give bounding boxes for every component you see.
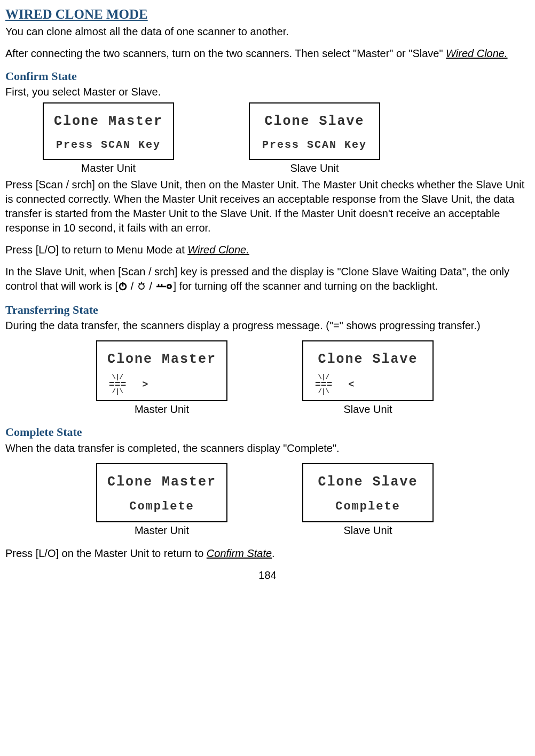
complete-master-line2: Complete	[106, 497, 218, 516]
transfer-master-line1: Clone Master	[106, 349, 218, 370]
slave-screen-line1: Clone Slave	[258, 111, 371, 132]
transfer-slave-label: Slave Unit	[343, 402, 392, 417]
rays-bottom: /|\	[318, 389, 329, 395]
slave-screen-line2: Press SCAN Key	[258, 137, 371, 154]
confirm-para-3a: Press [L/O] to return to Menu Mode at	[5, 244, 187, 256]
transfer-master-screen: Clone Master \|/ === /|\ >	[96, 340, 227, 401]
wired-clone-link: Wired Clone.	[446, 47, 507, 59]
confirm-text-1: First, you select Master or Slave.	[5, 85, 530, 99]
complete-slave-line1: Clone Slave	[312, 472, 424, 493]
confirm-state-heading: Confirm State	[5, 68, 530, 84]
complete-displays: Clone Master Complete Master Unit Clone …	[96, 463, 530, 538]
transfer-slave-screen: Clone Slave \|/ === /|\ <	[302, 340, 434, 401]
svg-line-4	[139, 283, 140, 284]
confirm-para-4d: ] for turning off the scanner and turnin…	[174, 280, 438, 292]
confirm-state-link: Confirm State	[207, 547, 272, 559]
complete-slave-line2: Complete	[312, 497, 424, 516]
transfer-master-label: Master Unit	[135, 402, 189, 417]
power-icon	[118, 280, 128, 295]
complete-master-line1: Clone Master	[106, 472, 218, 493]
complete-master-label: Master Unit	[135, 523, 189, 538]
key-lock-icon	[155, 280, 174, 295]
intro-para-2: After connecting the two scanners, turn …	[5, 46, 530, 61]
intro-para-1: You can clone almost all the data of one…	[5, 25, 530, 39]
complete-text-1: When the data transfer is completed, the…	[5, 441, 530, 456]
slave-unit-label: Slave Unit	[290, 161, 339, 176]
complete-master-screen: Clone Master Complete	[96, 463, 227, 522]
svg-point-10	[168, 285, 170, 288]
svg-line-5	[143, 283, 144, 284]
complete-slave-label: Slave Unit	[343, 523, 392, 538]
confirm-para-2: Press [Scan / srch] on the Slave Unit, t…	[5, 178, 530, 235]
confirm-para-3: Press [L/O] to return to Menu Mode at Wi…	[5, 243, 530, 257]
transfer-master-unit: Clone Master \|/ === /|\ > Master Unit	[96, 340, 227, 417]
light-icon	[137, 280, 146, 295]
master-display-unit: Clone Master Press SCAN Key Master Unit	[43, 102, 174, 176]
transferring-state-heading: Transferring State	[5, 302, 530, 318]
antenna-icon: \|/ === /|\	[315, 375, 332, 395]
transfer-displays: Clone Master \|/ === /|\ > Master Unit C…	[96, 340, 530, 417]
rays-bottom: /|\	[112, 389, 123, 395]
transfer-slave-unit: Clone Slave \|/ === /|\ < Slave Unit	[302, 340, 434, 417]
confirm-para-4c: /	[146, 280, 155, 292]
confirm-para-4b: /	[128, 280, 137, 292]
confirm-displays: Clone Master Press SCAN Key Master Unit …	[43, 102, 530, 176]
master-screen-line1: Clone Master	[52, 111, 164, 132]
master-screen-line2: Press SCAN Key	[52, 137, 164, 154]
page-number: 184	[5, 568, 530, 583]
transfer-master-progress: \|/ === /|\ >	[106, 375, 218, 395]
slave-display-unit: Clone Slave Press SCAN Key Slave Unit	[249, 102, 380, 176]
slave-screen: Clone Slave Press SCAN Key	[249, 102, 380, 160]
complete-state-heading: Complete State	[5, 424, 530, 440]
complete-para-2b: .	[272, 547, 275, 559]
complete-slave-unit: Clone Slave Complete Slave Unit	[302, 463, 434, 538]
complete-slave-screen: Clone Slave Complete	[302, 463, 434, 522]
antenna-icon: \|/ === /|\	[109, 375, 126, 395]
arrow-left-icon: <	[348, 377, 354, 393]
transfer-text-1: During the data transfer, the scanners d…	[5, 319, 530, 333]
confirm-para-4: In the Slave Unit, when [Scan / srch] ke…	[5, 265, 530, 294]
arrow-right-icon: >	[142, 377, 148, 393]
complete-para-2a: Press [L/O] on the Master Unit to return…	[5, 547, 207, 559]
wired-clone-link-2: Wired Clone.	[187, 244, 249, 256]
complete-para-2: Press [L/O] on the Master Unit to return…	[5, 546, 530, 561]
page-title: WIRED CLONE MODE	[5, 5, 530, 23]
master-unit-label: Master Unit	[81, 161, 136, 176]
transfer-slave-line1: Clone Slave	[312, 349, 424, 370]
transfer-slave-progress: \|/ === /|\ <	[312, 375, 424, 395]
complete-master-unit: Clone Master Complete Master Unit	[96, 463, 227, 538]
intro-2-text: After connecting the two scanners, turn …	[5, 47, 446, 59]
master-screen: Clone Master Press SCAN Key	[43, 102, 174, 160]
